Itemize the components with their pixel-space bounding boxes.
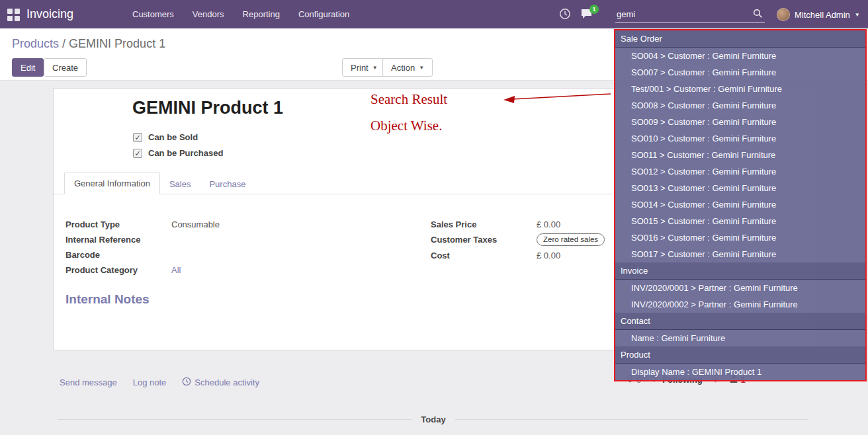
checkbox-label: Can be Purchased bbox=[148, 148, 223, 158]
breadcrumb: Products / GEMINI Product 1 bbox=[12, 37, 165, 51]
field-product-category: Product CategoryAll bbox=[65, 264, 357, 276]
log-note-button[interactable]: Log note bbox=[133, 377, 167, 388]
internal-notes-heading: Internal Notes bbox=[65, 292, 150, 307]
checkbox-row-can-be-sold: ✓Can be Sold bbox=[133, 132, 223, 142]
action-button[interactable]: Action ▼ bbox=[382, 58, 433, 77]
search-result-item[interactable]: SO012 > Customer : Gemini Furniture bbox=[615, 163, 865, 180]
search-result-item[interactable]: SO007 > Customer : Gemini Furniture bbox=[615, 64, 865, 81]
sold-purchased-checkboxes: ✓Can be Sold✓Can be Purchased bbox=[133, 132, 223, 158]
field-label: Cost bbox=[431, 251, 537, 260]
breadcrumb-current: GEMINI Product 1 bbox=[69, 37, 165, 50]
global-search bbox=[615, 5, 765, 23]
search-result-item[interactable]: Name : Gemini Furniture bbox=[615, 330, 865, 346]
create-button[interactable]: Create bbox=[44, 58, 87, 77]
field-label: Internal Reference bbox=[65, 235, 171, 245]
search-result-item[interactable]: SO016 > Customer : Gemini Furniture bbox=[615, 229, 865, 246]
tab-purchase[interactable]: Purchase bbox=[200, 174, 255, 194]
app-title[interactable]: Invoicing bbox=[26, 0, 73, 28]
field-value-product-category[interactable]: All bbox=[171, 265, 181, 275]
apps-menu-icon[interactable] bbox=[7, 9, 20, 21]
search-result-item[interactable]: SO013 > Customer : Gemini Furniture bbox=[615, 180, 865, 196]
chevron-down-icon: ▼ bbox=[372, 65, 378, 71]
field-label: Product Type bbox=[65, 219, 171, 229]
search-result-item[interactable]: SO009 > Customer : Gemini Furniture bbox=[615, 114, 865, 130]
field-value-sales-price: £ 0.00 bbox=[537, 219, 560, 229]
annotation-line2: Object Wise. bbox=[370, 118, 447, 134]
checkbox-row-can-be-purchased: ✓Can be Purchased bbox=[133, 148, 223, 158]
user-menu[interactable]: Mitchell Admin ▼ bbox=[777, 5, 860, 24]
annotation-line1: Search Result bbox=[370, 91, 447, 108]
edit-button[interactable]: Edit bbox=[12, 58, 44, 77]
tab-general-information[interactable]: General Information bbox=[64, 173, 160, 194]
nav-menu-configuration[interactable]: Configuration bbox=[289, 0, 359, 28]
search-group-contact: Contact bbox=[615, 313, 865, 330]
search-result-item[interactable]: SO008 > Customer : Gemini Furniture bbox=[615, 97, 865, 114]
field-barcode: Barcode bbox=[65, 249, 357, 260]
search-result-item[interactable]: SO017 > Customer : Gemini Furniture bbox=[615, 246, 865, 262]
today-divider: Today bbox=[58, 415, 808, 424]
search-result-item[interactable]: SO015 > Customer : Gemini Furniture bbox=[615, 213, 865, 229]
breadcrumb-products[interactable]: Products bbox=[12, 37, 59, 50]
page-title: GEMINI Product 1 bbox=[132, 98, 283, 118]
nav-menu-vendors[interactable]: Vendors bbox=[183, 0, 234, 28]
field-label: Customer Taxes bbox=[431, 235, 537, 245]
chevron-down-icon: ▼ bbox=[419, 65, 424, 71]
search-result-item[interactable]: Test/001 > Customer : Gemini Furniture bbox=[615, 81, 865, 97]
avatar bbox=[777, 8, 790, 21]
search-result-item[interactable]: INV/2020/0002 > Partner : Gemini Furnitu… bbox=[615, 296, 865, 313]
checkbox-can-be-sold[interactable]: ✓ bbox=[133, 133, 142, 142]
send-message-button[interactable]: Send message bbox=[60, 377, 117, 388]
search-result-item[interactable]: Display Name : GEMINI Product 1 bbox=[615, 364, 865, 380]
search-group-product: Product bbox=[615, 346, 865, 364]
field-value-product-type: Consumable bbox=[171, 219, 220, 229]
annotation-arrow bbox=[499, 90, 613, 107]
field-label: Barcode bbox=[65, 250, 171, 260]
chevron-down-icon: ▼ bbox=[855, 12, 860, 18]
search-icon[interactable] bbox=[753, 9, 763, 21]
tab-sales[interactable]: Sales bbox=[160, 174, 200, 194]
messages-badge: 1 bbox=[589, 5, 599, 14]
global-search-input[interactable] bbox=[617, 7, 746, 21]
search-result-item[interactable]: SO004 > Customer : Gemini Furniture bbox=[615, 48, 865, 64]
search-result-item[interactable]: INV/2020/0001 > Partner : Gemini Furnitu… bbox=[615, 280, 865, 296]
clock-icon bbox=[182, 377, 191, 388]
checkbox-can-be-purchased[interactable]: ✓ bbox=[133, 149, 142, 158]
search-result-item[interactable]: SO014 > Customer : Gemini Furniture bbox=[615, 196, 865, 213]
search-group-invoice: Invoice bbox=[615, 262, 865, 280]
print-button[interactable]: Print ▼ bbox=[342, 58, 386, 77]
field-value-cost: £ 0.00 bbox=[537, 251, 560, 260]
field-product-type: Product TypeConsumable bbox=[65, 218, 357, 230]
annotation-text: Search Result Object Wise. bbox=[370, 91, 447, 144]
user-name: Mitchell Admin bbox=[795, 10, 850, 20]
nav-menu-customers[interactable]: Customers bbox=[123, 0, 183, 28]
field-label: Sales Price bbox=[431, 219, 537, 229]
field-internal-reference: Internal Reference bbox=[65, 233, 357, 245]
search-results-dropdown: Sale OrderSO004 > Customer : Gemini Furn… bbox=[614, 29, 867, 381]
top-navbar: Invoicing CustomersVendorsReportingConfi… bbox=[0, 0, 868, 28]
schedule-activity-button[interactable]: Schedule activity bbox=[182, 377, 259, 388]
search-result-item[interactable]: SO010 > Customer : Gemini Furniture bbox=[615, 130, 865, 147]
nav-menu-reporting[interactable]: Reporting bbox=[234, 0, 289, 28]
chatter-actions: Send message Log note Schedule activity bbox=[60, 377, 259, 388]
screen: Invoicing CustomersVendorsReportingConfi… bbox=[0, 0, 868, 435]
activities-clock-icon[interactable] bbox=[559, 8, 571, 22]
search-group-sale-order: Sale Order bbox=[615, 30, 865, 48]
field-label: Product Category bbox=[65, 265, 171, 275]
breadcrumb-separator: / bbox=[62, 37, 65, 50]
search-result-item[interactable]: SO011 > Customer : Gemini Furniture bbox=[615, 147, 865, 163]
checkbox-label: Can be Sold bbox=[148, 132, 198, 142]
nav-menus: CustomersVendorsReportingConfiguration bbox=[123, 0, 359, 28]
field-value-customer-taxes[interactable]: Zero rated sales bbox=[537, 233, 605, 246]
general-fields-left: Product TypeConsumableInternal Reference… bbox=[65, 218, 357, 279]
today-label: Today bbox=[421, 415, 445, 424]
